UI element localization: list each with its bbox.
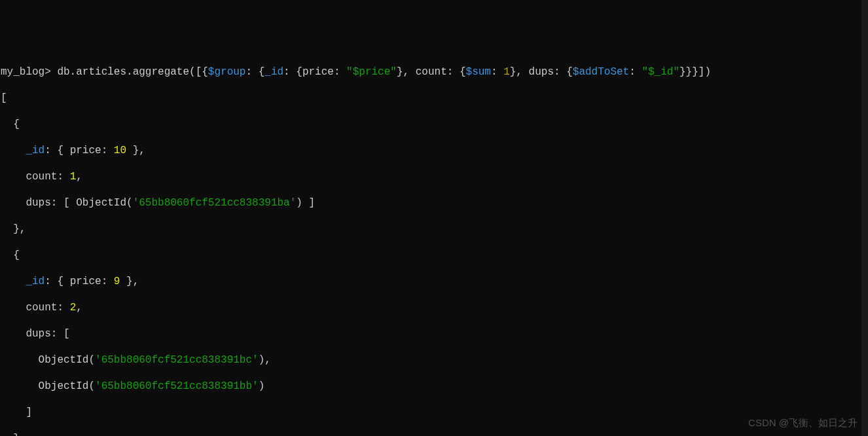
output-line: count: 1, bbox=[1, 170, 861, 183]
output-line: { bbox=[1, 118, 861, 131]
output-line: dups: [ bbox=[1, 327, 861, 340]
terminal-output[interactable]: my_blog> db.articles.aggregate([{$group:… bbox=[0, 52, 861, 436]
output-line: _id: { price: 9 }, bbox=[1, 275, 861, 288]
output-line: _id: { price: 10 }, bbox=[1, 144, 861, 157]
command-line-1: my_blog> db.articles.aggregate([{$group:… bbox=[1, 65, 861, 79]
output-line: [ bbox=[1, 92, 861, 105]
prompt: my_blog> bbox=[1, 66, 51, 78]
output-line: { bbox=[1, 249, 861, 262]
output-line: ObjectId('65bb8060fcf521cc838391bc'), bbox=[1, 354, 861, 367]
output-line: }, bbox=[1, 223, 861, 236]
output-line: ] bbox=[1, 406, 861, 419]
output-line: }, bbox=[1, 432, 861, 436]
output-line: count: 2, bbox=[1, 301, 861, 314]
output-line: ObjectId('65bb8060fcf521cc838391bb') bbox=[1, 380, 861, 393]
scrollbar[interactable] bbox=[861, 0, 868, 436]
output-line: dups: [ ObjectId('65bb8060fcf521cc838391… bbox=[1, 196, 861, 209]
